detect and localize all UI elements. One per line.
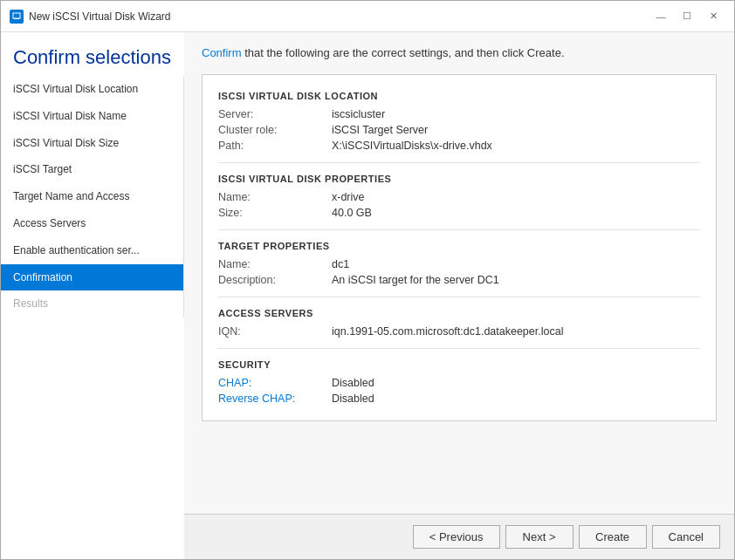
previous-button[interactable]: < Previous — [413, 525, 500, 549]
prop-label-cluster-role: Cluster role: — [218, 124, 332, 136]
intro-text: Confirm that the following are the corre… — [202, 44, 717, 62]
prop-value-description: An iSCSI target for the server DC1 — [332, 274, 700, 286]
prop-size: Size: 40.0 GB — [218, 207, 700, 219]
nav-item-confirmation[interactable]: Confirmation — [1, 264, 183, 291]
right-content: Confirm that the following are the corre… — [184, 32, 734, 514]
nav-panel: iSCSI Virtual Disk Location iSCSI Virtua… — [1, 76, 184, 318]
right-panel: Confirm that the following are the corre… — [184, 32, 734, 559]
divider-4 — [218, 348, 700, 349]
divider-3 — [218, 297, 700, 297]
prop-value-iqn: iqn.1991-05.com.microsoft:dc1.datakeeper… — [332, 325, 700, 338]
app-icon — [10, 10, 24, 24]
main-window: New iSCSI Virtual Disk Wizard — ☐ ✕ Conf… — [0, 0, 735, 560]
close-button[interactable]: ✕ — [701, 6, 725, 27]
nav-item-disk-size[interactable]: iSCSI Virtual Disk Size — [1, 130, 183, 157]
prop-value-cluster-role: iSCSI Target Server — [332, 124, 700, 136]
prop-label-iqn: IQN: — [218, 325, 332, 338]
left-column: Confirm selections iSCSI Virtual Disk Lo… — [1, 32, 184, 559]
prop-label-server: Server: — [218, 108, 332, 120]
prop-target-name: Name: dc1 — [218, 258, 700, 270]
prop-value-size: 40.0 GB — [332, 207, 700, 219]
section-title-disk-props: ISCSI VIRTUAL DISK PROPERTIES — [218, 174, 700, 184]
svg-rect-0 — [13, 13, 20, 18]
window-controls: — ☐ ✕ — [649, 6, 725, 27]
title-bar: New iSCSI Virtual Disk Wizard — ☐ ✕ — [1, 1, 734, 32]
prop-label-target-name: Name: — [218, 258, 332, 270]
prop-value-name: x-drive — [332, 191, 700, 203]
divider-1 — [218, 162, 700, 163]
section-title-access: ACCESS SERVERS — [218, 308, 700, 318]
intro-rest: that the following are the correct setti… — [244, 46, 564, 59]
prop-label-description: Description: — [218, 274, 332, 286]
prop-cluster-role: Cluster role: iSCSI Target Server — [218, 124, 700, 136]
prop-name: Name: x-drive — [218, 191, 700, 203]
prop-value-server: iscsicluster — [332, 108, 700, 120]
prop-label-reverse-chap: Reverse CHAP: — [218, 393, 332, 405]
window-title: New iSCSI Virtual Disk Wizard — [29, 10, 170, 23]
minimize-button[interactable]: — — [649, 6, 673, 27]
prop-server: Server: iscsicluster — [218, 108, 700, 120]
section-title-target: TARGET PROPERTIES — [218, 241, 700, 251]
prop-value-chap: Disabled — [332, 377, 700, 389]
page-title: Confirm selections — [13, 46, 172, 69]
nav-item-iscsi-target[interactable]: iSCSI Target — [1, 156, 183, 183]
panel-header: Confirm selections — [1, 32, 184, 76]
prop-label-size: Size: — [218, 207, 332, 219]
prop-label-name: Name: — [218, 191, 332, 203]
confirm-word: Confirm — [202, 46, 242, 59]
prop-value-reverse-chap: Disabled — [332, 393, 700, 405]
nav-item-auth[interactable]: Enable authentication ser... — [1, 237, 183, 264]
nav-item-target-name[interactable]: Target Name and Access — [1, 183, 183, 210]
section-title-security: SECURITY — [218, 359, 700, 370]
prop-label-path: Path: — [218, 140, 332, 152]
prop-value-path: X:\iSCSIVirtualDisks\x-drive.vhdx — [332, 140, 700, 152]
prop-path: Path: X:\iSCSIVirtualDisks\x-drive.vhdx — [218, 140, 700, 152]
maximize-button[interactable]: ☐ — [675, 6, 699, 27]
next-button[interactable]: Next > — [505, 525, 574, 549]
svg-rect-1 — [14, 18, 19, 19]
main-content: Confirm selections iSCSI Virtual Disk Lo… — [1, 32, 734, 559]
prop-reverse-chap: Reverse CHAP: Disabled — [218, 393, 700, 405]
nav-item-access-servers[interactable]: Access Servers — [1, 210, 183, 237]
divider-2 — [218, 229, 700, 230]
prop-description: Description: An iSCSI target for the ser… — [218, 274, 700, 286]
confirmation-box: ISCSI VIRTUAL DISK LOCATION Server: iscs… — [202, 74, 717, 421]
cancel-button[interactable]: Cancel — [652, 525, 720, 549]
prop-iqn: IQN: iqn.1991-05.com.microsoft:dc1.datak… — [218, 325, 700, 338]
nav-item-disk-location[interactable]: iSCSI Virtual Disk Location — [1, 76, 183, 103]
title-bar-left: New iSCSI Virtual Disk Wizard — [10, 10, 170, 24]
nav-item-disk-name[interactable]: iSCSI Virtual Disk Name — [1, 103, 183, 130]
prop-label-chap: CHAP: — [218, 377, 332, 389]
create-button[interactable]: Create — [579, 525, 647, 549]
prop-chap: CHAP: Disabled — [218, 377, 700, 389]
footer: < Previous Next > Create Cancel — [184, 514, 734, 559]
nav-item-results: Results — [1, 290, 183, 318]
prop-value-target-name: dc1 — [332, 258, 700, 270]
section-title-disk-location: ISCSI VIRTUAL DISK LOCATION — [218, 91, 700, 101]
